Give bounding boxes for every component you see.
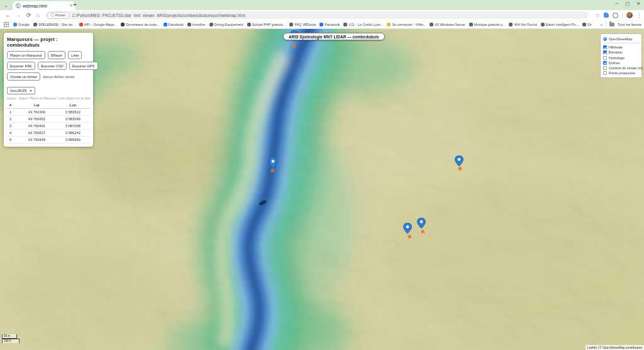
bookmark-item[interactable]: Scripts PHP gratuits... (247, 23, 286, 26)
bookmark-item[interactable]: Musique gratuite o... (469, 23, 506, 26)
orange-cross-marker (408, 235, 412, 239)
layers-control: OpenStreetMap HillshadeÉlévationHydrolog… (600, 33, 642, 78)
scale-imperial: 100 ft (2, 339, 19, 343)
bookmark-item[interactable]: 404 Not Found (509, 23, 536, 26)
scale-control: 50 m 100 ft (2, 334, 19, 343)
bookmark-item[interactable]: API – Google Maps... (79, 23, 117, 26)
all-bookmarks-folder-icon (609, 23, 614, 26)
export-csv-button[interactable]: Exporter CSV (38, 62, 66, 70)
list-button[interactable]: Liste (68, 51, 82, 59)
reload-icon[interactable]: ⟳ (26, 10, 31, 20)
extension-icon[interactable] (613, 13, 618, 18)
bookmark-star-icon[interactable]: ☆ (596, 13, 600, 18)
tab-label: webmap.html (23, 4, 68, 8)
window-minimize-button[interactable]: ─ (616, 1, 619, 6)
bookmark-label: Innodive (192, 23, 206, 26)
address-bar[interactable]: ⓘ Fichier C:/Python/MES_PROJETS/Lidar_mn… (45, 11, 589, 19)
bookmark-favicon (79, 23, 83, 26)
overlay-layer-label: Hydrologie (609, 56, 625, 60)
checkbox-unchecked-icon[interactable] (603, 66, 607, 70)
new-tab-button[interactable]: + (73, 1, 77, 8)
bookmark-item[interactable]: Google (13, 23, 30, 26)
tab-close-icon[interactable]: × (70, 3, 72, 9)
table-cell: 43.760491 (18, 123, 56, 130)
bookmark-label: Générateur de code... (126, 23, 160, 26)
checkbox-checked-icon[interactable] (603, 61, 607, 65)
checkbox-checked-icon[interactable] (603, 50, 607, 54)
bookmark-favicon (430, 23, 433, 26)
clear-button[interactable]: Effacer (48, 51, 65, 59)
back-icon[interactable]: ← (5, 10, 11, 20)
format-select-value: GeoJSON (10, 89, 26, 93)
overlay-layer-row[interactable]: Hillshade (603, 45, 640, 49)
panel-title: Marqueurs — projet : combedubuis (7, 37, 90, 48)
export-gpx-button[interactable]: Exporter GPX (69, 62, 98, 70)
window-maximize-button[interactable]: ▢ (626, 1, 630, 6)
map-marker-pin[interactable] (455, 155, 464, 166)
radio-selected-icon[interactable] (603, 37, 607, 41)
home-icon[interactable]: ⌂ (36, 10, 40, 20)
browser-tab[interactable]: webmap.html × (13, 1, 75, 10)
bookmark-item[interactable]: Facebook (319, 23, 340, 26)
format-select[interactable]: GeoJSON ▼ (7, 87, 35, 94)
bookmark-item[interactable]: Diving Equipement (209, 23, 243, 26)
bookmark-item[interactable]: FAQ VBScript (289, 23, 316, 26)
overlay-layer-label: Points prospectés (609, 71, 635, 75)
map-marker-pin[interactable] (269, 157, 277, 168)
bookmark-item[interactable]: IIS Windows Server (430, 23, 465, 26)
bookmark-item[interactable]: Innodive (187, 23, 206, 26)
bookmark-label: Facebook (325, 23, 340, 26)
browser-action-icon[interactable] (604, 13, 609, 18)
overlay-layer-row[interactable]: Hydrologie (603, 56, 640, 60)
bookmark-item[interactable]: Eaton Intelligent Po... (541, 23, 579, 26)
table-cell: 3.583522 (56, 109, 90, 116)
checkbox-unchecked-icon[interactable] (603, 71, 607, 75)
choose-file-button[interactable]: Choisir un fichier (7, 72, 40, 81)
checkbox-unchecked-icon[interactable] (603, 56, 607, 60)
markers-table: #LatLon 143.7623003.583522243.7604523.58… (7, 102, 90, 144)
table-cell: 4 (7, 130, 18, 137)
bookmark-label: Facebook (169, 23, 184, 26)
info-icon: ⓘ (50, 13, 54, 18)
export-kml-button[interactable]: Exporter KML (7, 62, 35, 70)
map-marker-pin[interactable] (403, 223, 412, 234)
map-marker-pin[interactable] (417, 218, 426, 229)
bookmark-favicon (209, 23, 213, 26)
site-info-chip[interactable]: ⓘ Fichier (47, 12, 69, 19)
bookmark-item[interactable]: Grossart (582, 23, 592, 26)
bookmarks-overflow-chevron[interactable]: » (601, 23, 602, 26)
layers-divider (603, 43, 640, 43)
place-marker-button[interactable]: Placer un Marqueur (7, 51, 45, 59)
bookmark-favicon (164, 23, 167, 26)
bookmark-item[interactable]: Générateur de code... (121, 23, 160, 26)
profile-avatar[interactable] (626, 12, 633, 18)
menu-kebab-icon[interactable]: ⋮ (636, 13, 641, 18)
bookmark-favicon (319, 23, 323, 26)
bookmark-label: FAQ VBScript (294, 23, 316, 26)
overlay-layer-row[interactable]: Dolines (603, 61, 640, 65)
bookmark-item[interactable]: Facebook (164, 23, 184, 26)
base-layer-label: OpenStreetMap (609, 37, 632, 41)
overlay-layer-row[interactable]: Points prospectés (603, 71, 640, 75)
map-canvas[interactable]: ARIS Speleologie MNT LIDAR — combedubuis… (0, 29, 644, 350)
bookmark-label: Diving Equipement (214, 23, 243, 26)
table-cell: 5 (7, 137, 18, 144)
apps-grid-icon[interactable] (4, 22, 9, 27)
overlay-layer-label: Dolines (609, 61, 620, 65)
table-header-cell: # (7, 102, 18, 109)
forward-icon[interactable]: → (16, 10, 21, 20)
base-layer-row[interactable]: OpenStreetMap (603, 37, 640, 41)
bookmark-item[interactable]: Se connecter - VMw... (387, 23, 426, 26)
bookmark-item[interactable]: SPELEBASE - Site de... (33, 23, 75, 26)
bookmark-favicon (289, 23, 293, 26)
marker-table-row: 243.7604523.583099 (7, 116, 90, 123)
all-bookmarks-label[interactable]: Tous les favoris (618, 23, 641, 26)
bookmark-item[interactable]: LCL - Le Crédit Lyon... (343, 23, 383, 26)
chevron-down-icon: ▼ (29, 89, 32, 93)
checkbox-checked-icon[interactable] (603, 45, 607, 49)
tab-search-chevron-icon[interactable]: ⌄ (3, 3, 9, 8)
overlay-layer-row[interactable]: Courbes de niveau (m) (603, 66, 640, 70)
overlay-layer-row[interactable]: Élévation (603, 50, 640, 54)
window-close-button[interactable]: ✕ (636, 1, 640, 6)
map-attribution[interactable]: Leaflet | © OpenStreetMap contributors (586, 345, 644, 350)
